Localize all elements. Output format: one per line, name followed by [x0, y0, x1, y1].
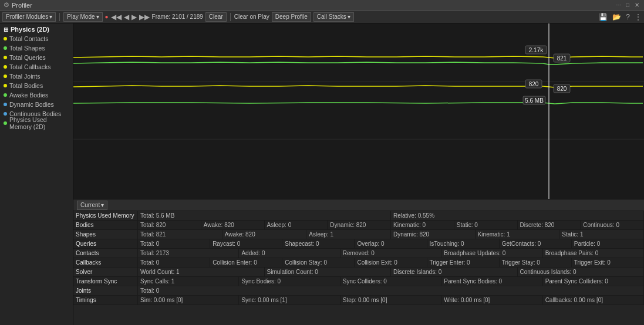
sidebar-item-2[interactable]: Total Queries	[0, 53, 73, 62]
row-9-cell-2: Step: 0.00 ms [0]	[340, 296, 441, 304]
sidebar-dot-9	[4, 121, 7, 125]
current-bar: Current ▾	[73, 199, 644, 211]
row-8-cell-0: Total: 0	[138, 286, 644, 295]
row-1-cell-1: Awake: 820	[201, 221, 265, 229]
sidebar-item-6[interactable]: Awake Bodies	[0, 90, 73, 100]
row-1-cell-4: Kinematic: 0	[391, 221, 454, 229]
row-5-cell-6: Trigger Exit: 0	[572, 258, 644, 267]
table-row: BodiesTotal: 820Awake: 820Asleep: 0Dynam…	[73, 221, 644, 230]
current-dropdown-button[interactable]: Current ▾	[77, 201, 107, 210]
sidebar-item-3[interactable]: Total Callbacks	[0, 62, 73, 72]
call-stacks-button[interactable]: Call Stacks ▾	[313, 12, 354, 22]
play-mode-label: Play Mode	[67, 13, 95, 20]
row-0-cell-0: Total: 5.6 MB	[138, 211, 391, 220]
row-9-cell-3: Write: 0.00 ms [0]	[441, 296, 542, 304]
sidebar-label-2: Total Queries	[9, 54, 46, 61]
close-icon[interactable]: ✕	[633, 2, 640, 9]
table-row: Transform SyncSync Calls: 1Sync Bodies: …	[73, 277, 644, 286]
next-frame-icon[interactable]: ▶▶	[139, 13, 150, 21]
sidebar-dot-1	[4, 46, 7, 50]
separator-2	[230, 13, 231, 21]
sidebar-item-1[interactable]: Total Shapes	[0, 43, 73, 53]
record-icon[interactable]: ●	[105, 13, 109, 20]
sidebar-item-5[interactable]: Total Bodies	[0, 81, 73, 90]
load-icon[interactable]: 📂	[612, 13, 621, 21]
sidebar-header-label: Physics (2D)	[11, 26, 49, 33]
row-label-2: Shapes	[73, 230, 138, 239]
row-9-cell-4: Callbacks: 0.00 ms [0]	[543, 296, 644, 304]
table-row: ContactsTotal: 2173Added: 0Removed: 0Bro…	[73, 249, 644, 258]
sidebar-dot-5	[4, 84, 7, 87]
row-label-5: Callbacks	[73, 258, 138, 267]
more-icon[interactable]: ⋮	[635, 13, 642, 21]
sidebar-dot-8	[4, 112, 7, 116]
menu-icon[interactable]: ⋯	[615, 2, 622, 9]
row-0-cell-1: Relative: 0.55%	[391, 211, 644, 220]
next-one-icon[interactable]: ▶	[132, 13, 137, 21]
row-2-cell-2: Asleep: 1	[306, 230, 391, 239]
sidebar-label-3: Total Callbacks	[9, 63, 51, 70]
window-controls: ⋯ □ ✕	[615, 2, 640, 9]
tooltip-text-3: 820	[529, 81, 539, 87]
play-mode-button[interactable]: Play Mode ▾	[63, 12, 102, 22]
title-icon: ⚙	[4, 1, 9, 9]
table-row: QueriesTotal: 0Raycast: 0Shapecast: 0Ove…	[73, 239, 644, 249]
row-4-cell-4: Broadphase Pairs: 0	[543, 249, 644, 258]
sidebar-label-7: Dynamic Bodies	[9, 101, 54, 108]
profiler-modules-label: Profiler Modules	[6, 13, 48, 20]
profiler-modules-button[interactable]: Profiler Modules ▾	[2, 12, 56, 22]
tooltip-text-1: 2.17k	[529, 47, 544, 53]
row-3-cell-4: IsTouching: 0	[427, 239, 500, 248]
toolbar: Profiler Modules ▾ Play Mode ▾ ● ◀◀ ◀ ▶ …	[0, 11, 644, 23]
deep-profile-button[interactable]: Deep Profile	[272, 12, 311, 22]
row-label-3: Queries	[73, 239, 138, 248]
tooltip-text-2: 821	[557, 55, 567, 62]
row-3-cell-5: GetContacts: 0	[500, 239, 572, 248]
sidebar-label-6: Awake Bodies	[9, 92, 48, 99]
row-4-cell-3: Broadphase Updates: 0	[441, 249, 542, 258]
save-icon[interactable]: 💾	[599, 13, 608, 21]
sidebar-item-7[interactable]: Dynamic Bodies	[0, 100, 73, 109]
row-3-cell-3: Overlap: 0	[355, 239, 427, 248]
sidebar-dot-3	[4, 65, 7, 69]
restore-icon[interactable]: □	[624, 2, 631, 9]
row-5-cell-2: Collision Stay: 0	[282, 258, 355, 267]
prev-one-icon[interactable]: ◀	[124, 13, 129, 21]
table-row: JointsTotal: 0	[73, 286, 644, 296]
current-label: Current	[80, 202, 100, 208]
right-area: 2.17k 821 820 820 5.6 MB Current	[73, 23, 644, 325]
row-7-cell-4: Parent Sync Colliders: 0	[543, 277, 644, 286]
row-5-cell-4: Trigger Enter: 0	[427, 258, 500, 267]
help-icon[interactable]: ?	[626, 13, 630, 21]
row-6-cell-2: Discrete Islands: 0	[391, 268, 518, 276]
row-label-9: Timings	[73, 296, 138, 304]
play-mode-arrow: ▾	[96, 13, 99, 20]
row-3-cell-2: Shapecast: 0	[282, 239, 355, 248]
prev-frame-icon[interactable]: ◀◀	[111, 13, 122, 21]
row-5-cell-3: Collision Exit: 0	[355, 258, 427, 267]
row-1-cell-2: Asleep: 0	[265, 221, 328, 229]
row-label-4: Contacts	[73, 249, 138, 258]
row-9-cell-0: Sim: 0.00 ms [0]	[138, 296, 239, 304]
row-7-cell-3: Parent Sync Bodies: 0	[441, 277, 542, 286]
sidebar-item-0[interactable]: Total Contacts	[0, 34, 73, 43]
row-6-cell-0: World Count: 1	[138, 268, 265, 276]
chart-svg: 2.17k 821 820 820 5.6 MB	[73, 23, 644, 199]
table-row: ShapesTotal: 821Awake: 820Asleep: 1Dynam…	[73, 230, 644, 239]
row-2-cell-3: Dynamic: 820	[391, 230, 476, 239]
row-1-cell-6: Discrete: 820	[518, 221, 581, 229]
frame-info-label: Frame: 2101 / 2189	[152, 13, 203, 20]
sidebar-item-4[interactable]: Total Joints	[0, 72, 73, 81]
table-row: Physics Used MemoryTotal: 5.6 MBRelative…	[73, 211, 644, 221]
chart-container[interactable]: 2.17k 821 820 820 5.6 MB	[73, 23, 644, 199]
row-5-cell-1: Collision Enter: 0	[210, 258, 282, 267]
row-4-cell-1: Added: 0	[239, 249, 340, 258]
table-row: TimingsSim: 0.00 ms [0]Sync: 0.00 ms [1]…	[73, 296, 644, 305]
window-title: Profiler	[12, 2, 615, 9]
sidebar-item-9[interactable]: Physics Used Memory (2D)	[0, 119, 73, 128]
sidebar-section: ⊞ Physics (2D) Total ContactsTotal Shape…	[0, 23, 73, 129]
data-rows: Physics Used MemoryTotal: 5.6 MBRelative…	[73, 211, 644, 325]
dropdown-arrow-icon: ▾	[49, 13, 52, 20]
row-2-cell-1: Awake: 820	[222, 230, 307, 239]
clear-button[interactable]: Clear	[205, 12, 227, 22]
